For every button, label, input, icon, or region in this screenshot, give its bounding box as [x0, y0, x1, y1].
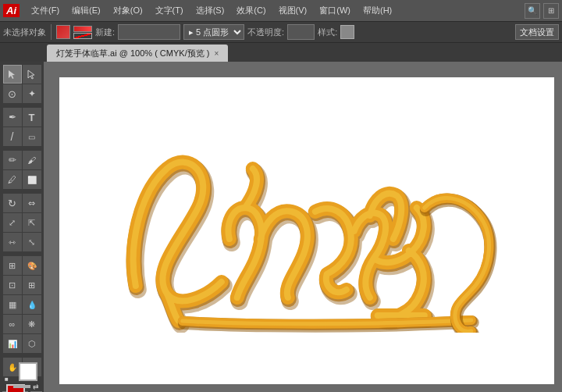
- menu-view[interactable]: 视图(V): [273, 3, 313, 18]
- rotate-tool[interactable]: ↻: [3, 194, 22, 212]
- none-color-box[interactable]: [13, 385, 30, 388]
- column-graph-tool[interactable]: 📊: [3, 334, 22, 353]
- opacity-input[interactable]: 100%: [287, 24, 315, 40]
- width-tool[interactable]: ⇿: [3, 233, 22, 251]
- eraser-tool[interactable]: ⬜: [23, 170, 41, 189]
- canvas-area[interactable]: [44, 62, 562, 392]
- search-icon[interactable]: 🔍: [525, 3, 540, 19]
- reset-colors-icon[interactable]: ■: [5, 376, 9, 383]
- swap-colors-icon[interactable]: ⇄: [33, 383, 39, 390]
- live-paint-tool[interactable]: 🎨: [23, 256, 41, 275]
- eyedropper-tool[interactable]: 💧: [23, 295, 41, 314]
- free-transform-tool[interactable]: ⤡: [23, 233, 41, 251]
- menu-edit[interactable]: 编辑(E): [66, 3, 106, 18]
- tab-close-button[interactable]: ×: [214, 49, 219, 58]
- menu-type[interactable]: 文字(T): [150, 3, 189, 18]
- toolbar: ✦ ✒ T / ▭ ✏ 🖌: [0, 62, 44, 392]
- canvas: [59, 77, 554, 384]
- magic-wand-tool[interactable]: ✦: [23, 84, 41, 103]
- artboard-tool[interactable]: ⬡: [23, 334, 41, 353]
- divider-1: [51, 24, 52, 40]
- line-tool[interactable]: /: [3, 127, 22, 146]
- fill-color-swatch[interactable]: [56, 25, 70, 39]
- fill-gradient[interactable]: [73, 26, 92, 32]
- pen-tool[interactable]: ✒: [3, 108, 22, 127]
- menu-select[interactable]: 选择(S): [190, 3, 230, 18]
- opacity-label: 不透明度:: [247, 27, 284, 38]
- paintbrush-tool[interactable]: 🖌: [23, 151, 41, 169]
- background-color-box[interactable]: [19, 362, 37, 381]
- gradient-tool[interactable]: ▦: [3, 295, 22, 314]
- selection-tool[interactable]: [3, 65, 22, 84]
- new-input[interactable]: [118, 24, 180, 40]
- lasso-tool[interactable]: [3, 84, 22, 103]
- blend-tool[interactable]: ∞: [3, 315, 22, 333]
- mesh-tool[interactable]: ⊞: [23, 276, 41, 294]
- menu-help[interactable]: 帮助(H): [357, 3, 397, 18]
- shape-tool[interactable]: ▭: [23, 127, 41, 146]
- menu-bar: Ai 文件(F) 编辑(E) 对象(O) 文字(T) 选择(S) 效果(C) 视…: [0, 0, 562, 21]
- menu-file[interactable]: 文件(F): [26, 3, 65, 18]
- shear-tool[interactable]: ⇱: [23, 213, 41, 232]
- scale-tool[interactable]: ⤢: [3, 213, 22, 232]
- selection-label: 未选择对象: [3, 27, 46, 38]
- artwork-svg: [105, 130, 526, 333]
- main-area: ✦ ✒ T / ▭ ✏ 🖌: [0, 62, 562, 392]
- menu-window[interactable]: 窗口(W): [314, 3, 356, 18]
- menu-effect[interactable]: 效果(C): [231, 3, 271, 18]
- options-bar: 未选择对象 新建: ▸ 5 点圆形 不透明度: 100% 样式: 文档设置: [0, 21, 562, 43]
- document-settings-button[interactable]: 文档设置: [515, 24, 559, 40]
- tab-bar: 灯笼手体临草.ai @ 100% ( CMYK/预览 ) ×: [0, 43, 562, 62]
- reflect-tool[interactable]: ⇔: [23, 194, 41, 212]
- document-tab[interactable]: 灯笼手体临草.ai @ 100% ( CMYK/预览 ) ×: [47, 45, 228, 62]
- stroke-none[interactable]: [73, 33, 92, 39]
- style-label: 样式:: [318, 27, 337, 38]
- shape-select[interactable]: ▸ 5 点圆形: [183, 24, 244, 40]
- tab-filename: 灯笼手体临草.ai @ 100% ( CMYK/预览 ): [56, 48, 209, 59]
- new-label: 新建:: [95, 27, 115, 38]
- text-tool[interactable]: T: [23, 108, 41, 127]
- menu-object[interactable]: 对象(O): [108, 3, 148, 18]
- app-logo: Ai: [3, 4, 20, 17]
- direct-selection-tool[interactable]: [23, 65, 41, 84]
- style-swatch[interactable]: [340, 25, 354, 39]
- symbol-tool[interactable]: ❋: [23, 315, 41, 333]
- arrange-icon[interactable]: ⊞: [543, 3, 559, 19]
- pencil-tool[interactable]: ✏: [3, 151, 22, 169]
- blob-brush-tool[interactable]: 🖊: [3, 170, 22, 189]
- shape-builder-tool[interactable]: ⊞: [3, 256, 22, 275]
- perspective-tool[interactable]: ⊡: [3, 276, 22, 294]
